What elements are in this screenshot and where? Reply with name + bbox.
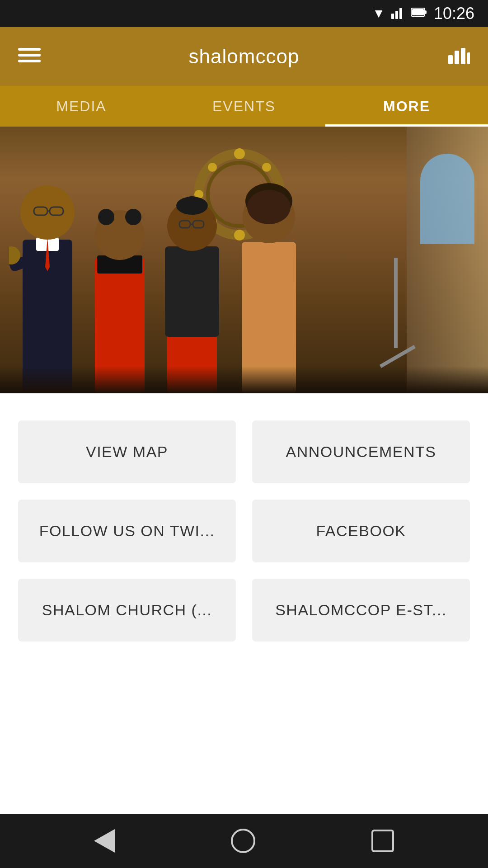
svg-rect-6 — [18, 48, 41, 51]
back-button[interactable] — [94, 829, 115, 853]
shalom-church-button[interactable]: SHALOM CHURCH (... — [18, 579, 236, 642]
hero-image — [0, 127, 488, 393]
svg-point-22 — [208, 163, 217, 172]
svg-point-35 — [98, 209, 114, 225]
tab-media[interactable]: MEDIA — [0, 86, 163, 127]
status-icons: ▼ 10:26 — [372, 4, 474, 23]
status-time: 10:26 — [434, 4, 474, 23]
svg-rect-1 — [395, 11, 398, 19]
svg-rect-2 — [399, 8, 402, 19]
svg-rect-38 — [165, 246, 219, 337]
hamburger-menu-icon[interactable] — [18, 46, 41, 67]
svg-point-16 — [262, 163, 271, 172]
svg-rect-12 — [467, 52, 470, 64]
nav-bar — [0, 814, 488, 868]
announcements-button[interactable]: ANNOUNCEMENTS — [252, 420, 470, 483]
tab-more[interactable]: MORE — [325, 86, 488, 127]
view-map-button[interactable]: VIEW MAP — [18, 420, 236, 483]
svg-rect-5 — [425, 10, 427, 14]
action-buttons: VIEW MAP ANNOUNCEMENTS FOLLOW US ON TWI.… — [0, 393, 488, 660]
svg-rect-11 — [461, 48, 465, 64]
home-button[interactable] — [231, 829, 255, 853]
shalomccop-est-button[interactable]: SHALOMCCOP E-ST... — [252, 579, 470, 642]
svg-rect-7 — [18, 54, 41, 57]
svg-point-15 — [234, 148, 245, 159]
facebook-button[interactable]: FACEBOOK — [252, 500, 470, 562]
svg-point-44 — [183, 196, 201, 209]
svg-rect-0 — [391, 14, 394, 19]
wifi-icon: ▼ — [372, 6, 385, 21]
svg-rect-9 — [448, 55, 453, 64]
tab-bar: MEDIA EVENTS MORE — [0, 86, 488, 127]
status-bar: ▼ 10:26 — [0, 0, 488, 27]
svg-rect-10 — [455, 51, 459, 64]
svg-rect-8 — [18, 60, 41, 62]
app-title: shalomccop — [189, 45, 300, 68]
tab-events[interactable]: EVENTS — [163, 86, 325, 127]
svg-point-48 — [247, 190, 291, 224]
follow-twitter-button[interactable]: FOLLOW US ON TWI... — [18, 500, 236, 562]
battery-icon — [411, 6, 427, 21]
signal-icon — [391, 5, 405, 22]
chart-icon[interactable] — [447, 44, 470, 69]
svg-point-36 — [125, 209, 141, 225]
svg-rect-4 — [412, 9, 424, 15]
recent-apps-button[interactable] — [371, 830, 394, 852]
header: shalomccop — [0, 27, 488, 86]
